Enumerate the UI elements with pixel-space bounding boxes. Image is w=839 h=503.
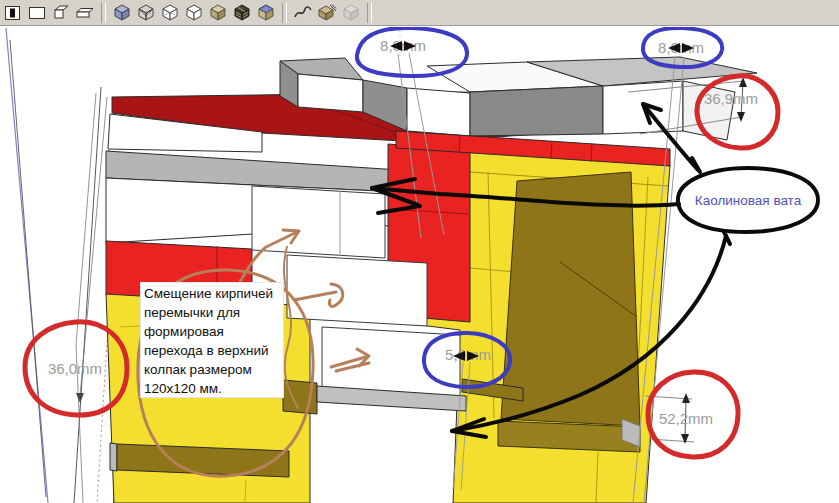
model-viewport[interactable]: 8,0mm 8,0mm 36,9mm 36,0mm [0,27,839,503]
note-line: колпак размером [144,360,283,379]
yellow-tower-group [388,131,670,503]
ghost-component-icon[interactable] [340,2,362,24]
toolbar [0,0,839,26]
dimension-label: 36,9mm [704,90,758,107]
dimension-left[interactable]: 36,0mm [48,360,102,377]
kaolin-label[interactable]: Каолиновая вата [695,193,802,208]
monochrome-style-icon[interactable] [255,2,277,24]
sketchy-edges-icon[interactable] [316,2,338,24]
shaded-with-textures-style-icon[interactable] [231,2,253,24]
note-line: 120х120 мм. [144,379,283,398]
front-view-icon[interactable] [26,2,48,24]
note-line: Смещение кирпичей [144,284,283,303]
toolbar-separator [101,3,106,23]
dimension-label: 8,0mm [658,39,704,56]
note-line: формировая [144,322,283,341]
xray-style-icon[interactable] [111,2,133,24]
chamber-ledge [498,421,640,452]
dimension-label: 8,0mm [380,37,426,54]
iso-view-icon[interactable] [2,2,24,24]
note-line: перехода в верхний [144,341,283,360]
back-edges-style-icon[interactable] [159,2,181,24]
shaded-style-icon[interactable] [207,2,229,24]
note-line: перемычки для [144,303,283,322]
plan-view-icon[interactable] [74,2,96,24]
toolbar-separator [367,3,372,23]
note-text-box[interactable]: Смещение кирпичей перемычки для формиров… [140,282,284,398]
dimension-label: 52,2mm [659,410,713,427]
wireframe-style-icon[interactable] [135,2,157,24]
top-view-icon[interactable] [50,2,72,24]
sketchup-window: 8,0mm 8,0mm 36,9mm 36,0mm [0,0,839,503]
dimension-label: 36,0mm [48,360,102,377]
freehand-tool-icon[interactable] [292,2,314,24]
hidden-line-style-icon[interactable] [183,2,205,24]
toolbar-separator [282,3,287,23]
